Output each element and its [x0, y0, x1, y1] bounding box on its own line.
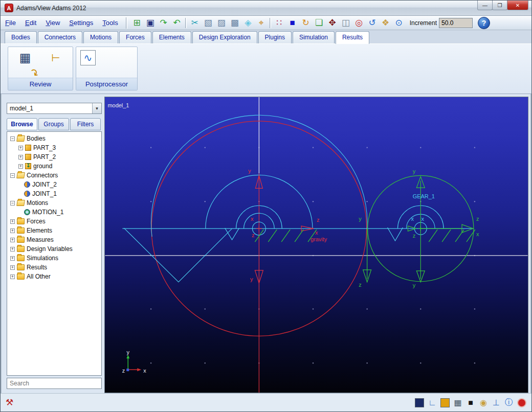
maximize-button[interactable]: ❐ [492, 1, 507, 10]
plot-defaults-icon[interactable]: ∟ [428, 398, 437, 407]
view-iso-icon[interactable]: ▩ [228, 17, 241, 29]
postprocessor-icon[interactable]: ∿ [80, 50, 96, 65]
folder-icon [17, 255, 25, 261]
plus-expander-icon[interactable]: + [10, 238, 15, 242]
tree-item-joint_1[interactable]: JOINT_1 [7, 189, 101, 198]
plus-expander-icon[interactable]: + [10, 265, 15, 270]
view-fit-icon[interactable]: ▧ [202, 17, 215, 29]
svg-text:x: x [251, 216, 254, 222]
modeling-viewport[interactable]: y x z y z x gravity [104, 97, 528, 393]
model-selector-dropdown[interactable]: model_1 ▼ [7, 103, 102, 114]
tree-item-motion_1[interactable]: MOTION_1 [7, 208, 101, 217]
search-input[interactable] [7, 378, 102, 389]
tree-item-label: Bodies [27, 135, 46, 142]
pan-icon[interactable]: ❖ [379, 17, 392, 29]
menu-edit[interactable]: Edit [20, 19, 41, 27]
zoom-window-icon[interactable]: ◫ [339, 17, 352, 29]
menu-file[interactable]: File [1, 19, 20, 27]
view-front-icon[interactable]: ▨ [215, 17, 228, 29]
plus-expander-icon[interactable]: + [10, 219, 15, 224]
tree-item-ground[interactable]: +ground [7, 162, 101, 171]
cascade-windows-icon[interactable]: ❏ [313, 17, 326, 29]
info-icon[interactable]: ⓘ [504, 398, 514, 407]
rotate-3d-icon[interactable]: ↺ [366, 17, 379, 29]
tree-item-simulations[interactable]: +Simulations [7, 254, 101, 263]
tab-motions[interactable]: Motions [83, 31, 118, 43]
menu-tools[interactable]: Tools [98, 19, 122, 27]
increment-input[interactable] [439, 18, 473, 28]
ribbon-panel: ▦⊢↷Review ∿Postprocessor [1, 44, 531, 94]
tree-item-design-variables[interactable]: +Design Variables [7, 244, 101, 254]
tab-forces[interactable]: Forces [119, 31, 151, 43]
animation-review-icon[interactable]: ▦ [17, 50, 33, 65]
origin-triad-icon[interactable]: ⌖ [255, 17, 268, 29]
undo-icon[interactable]: ↶ [170, 17, 184, 29]
tree-item-label: Design Variables [27, 245, 73, 253]
browser-tab-groups[interactable]: Groups [38, 118, 69, 130]
folder-open-icon [16, 135, 25, 142]
color-swatch-icon[interactable]: ■ [286, 17, 299, 29]
rotate-window-icon[interactable]: ↻ [299, 17, 313, 29]
redo-icon[interactable]: ↷ [157, 17, 170, 29]
plus-expander-icon[interactable]: + [18, 164, 23, 169]
depth-cube-icon[interactable]: ■ [466, 398, 475, 407]
vertex-pattern-icon[interactable]: ∷ [273, 17, 286, 29]
plus-expander-icon[interactable]: + [10, 256, 15, 261]
minus-expander-icon[interactable]: − [10, 136, 15, 141]
tree-item-measures[interactable]: +Measures [7, 235, 101, 244]
view-triad-toggle-icon[interactable]: ⊥ [492, 398, 501, 407]
minus-expander-icon[interactable]: − [10, 201, 15, 205]
ground-hatching [255, 230, 475, 242]
tab-simulation[interactable]: Simulation [293, 31, 335, 43]
tab-elements[interactable]: Elements [152, 31, 191, 43]
joint-icon [24, 181, 30, 188]
menu-view[interactable]: View [41, 19, 64, 27]
shaded-view-icon[interactable]: ◈ [241, 17, 255, 29]
close-button[interactable]: ✕ [507, 1, 528, 10]
browser-tab-browse[interactable]: Browse [7, 118, 37, 130]
toolbar-separator [185, 18, 187, 28]
table-icon[interactable]: ▦ [453, 398, 462, 407]
grid-color-icon[interactable] [440, 398, 450, 407]
tree-item-bodies[interactable]: −Bodies [7, 134, 101, 143]
tree-item-part_3[interactable]: +PART_3 [7, 143, 101, 152]
tab-plugins[interactable]: Plugins [258, 31, 292, 43]
browser-tab-filters[interactable]: Filters [70, 118, 101, 130]
minus-expander-icon[interactable]: − [10, 173, 15, 178]
center-view-icon[interactable]: ◎ [352, 17, 366, 29]
tree-item-forces[interactable]: +Forces [7, 217, 101, 226]
zoom-icon[interactable]: ⊙ [392, 17, 406, 29]
tree-item-all-other[interactable]: +All Other [7, 272, 101, 281]
translate-view-icon[interactable]: ✥ [326, 17, 339, 29]
plus-expander-icon[interactable]: + [18, 146, 23, 150]
minimize-button[interactable]: — [477, 1, 493, 10]
plus-expander-icon[interactable]: + [10, 228, 15, 233]
tree-item-elements[interactable]: +Elements [7, 226, 101, 235]
svg-text:x: x [143, 368, 146, 374]
tree-item-part_2[interactable]: +PART_2 [7, 152, 101, 162]
message-tool-icon[interactable]: ⚒ [6, 397, 13, 408]
plus-expander-icon[interactable]: + [10, 247, 15, 251]
plot-tracking-icon[interactable]: ⊢ [48, 50, 63, 65]
tab-connectors[interactable]: Connectors [38, 31, 82, 43]
render-globe-icon[interactable]: ◉ [479, 398, 488, 407]
plus-expander-icon[interactable]: + [18, 155, 23, 159]
new-model-icon[interactable]: ⊞ [130, 17, 144, 29]
tree-item-results[interactable]: +Results [7, 263, 101, 272]
dropdown-arrow-icon[interactable]: ▼ [92, 103, 101, 113]
tab-bodies[interactable]: Bodies [5, 31, 37, 43]
tree-item-motions[interactable]: −Motions [7, 198, 101, 208]
stop-icon[interactable] [517, 398, 526, 407]
help-button[interactable]: ? [478, 17, 490, 29]
tree-item-connectors[interactable]: −Connectors [7, 171, 101, 180]
tree-item-joint_2[interactable]: JOINT_2 [7, 180, 101, 189]
toolbar-separator [126, 17, 127, 29]
tab-results[interactable]: Results [336, 31, 369, 44]
save-icon[interactable]: ▣ [144, 17, 157, 29]
menu-settings[interactable]: Settings [64, 19, 98, 27]
bg-color-icon[interactable] [415, 398, 424, 407]
plus-expander-icon[interactable]: + [10, 274, 15, 279]
model-tree: −Bodies+PART_3+PART_2+ground−ConnectorsJ… [7, 131, 102, 376]
precision-tools-icon[interactable]: ✂ [188, 17, 202, 29]
tab-design-exploration[interactable]: Design Exploration [192, 31, 257, 43]
